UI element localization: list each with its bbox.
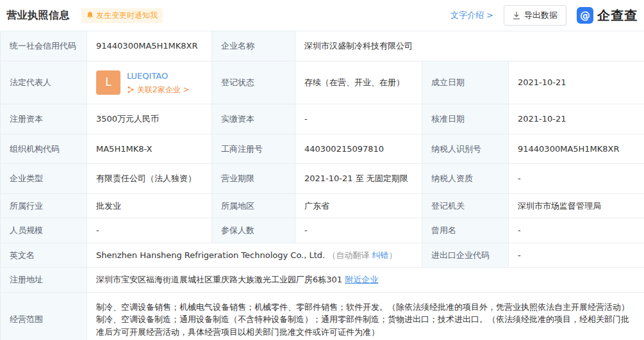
reg-capital-value: 3500万元人民币 [87, 104, 212, 134]
table-row: 注册地址 深圳市宝安区福海街道展城社区重庆路大族激光工业园厂房6栋301 附近企… [1, 268, 644, 293]
qichacha-logo[interactable]: @ 企查查 [577, 7, 638, 24]
credit-code-label: 统一社会信用代码 [1, 31, 87, 61]
legal-rep-label: 法定代表人 [1, 61, 87, 104]
import-export-code-label: 进出口企业代码 [422, 243, 509, 268]
table-row: 注册资本 3500万元人民币 实缴资本 - 核准日期 2021-10-21 [1, 104, 644, 134]
establish-date-label: 成立日期 [422, 61, 509, 104]
company-name-value: 深圳市汉盛制冷科技有限公司 [295, 31, 644, 61]
qichacha-logo-icon: @ [577, 7, 593, 24]
address-cell: 深圳市宝安区福海街道展城社区重庆路大族激光工业园厂房6栋301 附近企业 [87, 268, 644, 293]
bell-icon [87, 12, 94, 19]
export-data-button[interactable]: 导出数据 [504, 5, 566, 26]
biz-reg-no-label: 工商注册号 [212, 134, 295, 164]
approval-date-label: 核准日期 [422, 104, 509, 134]
establish-date-value: 2021-10-21 [509, 61, 644, 104]
table-row: 组织机构代码 MA5H1MK8-X 工商注册号 440300215097810 … [1, 134, 644, 164]
table-row: 企业类型 有限责任公司（法人独资） 营业期限 2021-10-21 至 无固定期… [1, 164, 644, 194]
paid-capital-label: 实缴资本 [212, 104, 295, 134]
credit-code-value: 91440300MA5H1MK8XR [87, 31, 212, 61]
reg-authority-value: 深圳市市场监督管理局 [509, 193, 644, 218]
reg-status-value: 存续（在营、开业、在册） [295, 61, 422, 104]
taxpayer-id-label: 纳税人识别号 [422, 134, 509, 164]
import-export-code-value: - [509, 243, 644, 268]
correction-link[interactable]: 纠错 [372, 250, 389, 260]
staff-size-value: - [87, 218, 212, 243]
english-name-label: 英文名 [1, 243, 87, 268]
approval-date-value: 2021-10-21 [509, 104, 644, 134]
text-intro-link[interactable]: 文字介绍 > [450, 10, 493, 21]
industry-value: 批发业 [87, 193, 212, 218]
region-value: 广东省 [295, 193, 422, 218]
company-type-value: 有限责任公司（法人独资） [87, 164, 212, 194]
table-row: 人员规模 - 参保人数 - 曾用名 - [1, 218, 644, 243]
staff-size-label: 人员规模 [1, 218, 87, 243]
legal-rep-name-link[interactable]: LUEQITAO [127, 70, 190, 83]
auto-translate-note: （自动翻译 [327, 250, 372, 260]
related-companies-link[interactable]: 关联2家企业 > [127, 84, 190, 95]
page-title: 营业执照信息 [6, 9, 70, 22]
table-row: 统一社会信用代码 91440300MA5H1MK8XR 企业名称 深圳市汉盛制冷… [1, 31, 644, 61]
nearby-companies-link[interactable]: 附近企业 [345, 275, 378, 284]
former-name-label: 曾用名 [422, 218, 509, 243]
business-scope-value: 制冷、空调设备销售；机械电气设备销售；机械零件、零部件销售；软件开发。（除依法须… [87, 292, 644, 340]
reg-capital-label: 注册资本 [1, 104, 87, 134]
business-scope-label: 经营范围 [1, 292, 87, 340]
company-type-label: 企业类型 [1, 164, 87, 194]
table-row: 所属行业 批发业 所属地区 广东省 登记机关 深圳市市场监督管理局 [1, 193, 644, 218]
header-actions: 文字介绍 > 导出数据 @ 企查查 [450, 5, 638, 26]
table-row: 经营范围 制冷、空调设备销售；机械电气设备销售；机械零件、零部件销售；软件开发。… [1, 292, 644, 340]
download-icon [513, 12, 520, 20]
taxpayer-qualification-value: - [509, 164, 644, 194]
related-companies-text: 关联2家企业 > [137, 84, 190, 95]
export-button-label: 导出数据 [524, 10, 557, 21]
insured-count-value: - [295, 218, 422, 243]
auto-translate-note-close: ） [389, 250, 397, 260]
insured-count-label: 参保人数 [212, 218, 295, 243]
english-name-value: Shenzhen Hansheng Refrigeration Technolo… [96, 250, 325, 260]
taxpayer-qualification-label: 纳税人资质 [422, 164, 509, 194]
business-license-page: 营业执照信息 发生变更时通知我 文字介绍 > 导出数据 @ 企查查 [0, 0, 644, 340]
table-row: 法定代表人 L LUEQITAO 关联2家企业 > 登记状态 [1, 61, 644, 104]
region-label: 所属地区 [212, 193, 295, 218]
paid-capital-value: - [295, 104, 422, 134]
table-row: 英文名 Shenzhen Hansheng Refrigeration Tech… [1, 243, 644, 268]
reg-authority-label: 登记机关 [422, 193, 509, 218]
qichacha-logo-text: 企查查 [597, 7, 638, 24]
section-header: 营业执照信息 发生变更时通知我 文字介绍 > 导出数据 @ 企查查 [0, 0, 644, 31]
org-relation-icon [127, 86, 135, 93]
legal-rep-cell: L LUEQITAO 关联2家企业 > [87, 61, 212, 104]
former-name-value: - [509, 218, 644, 243]
reg-status-label: 登记状态 [212, 61, 295, 104]
industry-label: 所属行业 [1, 193, 87, 218]
notify-change-badge[interactable]: 发生变更时通知我 [81, 8, 163, 23]
notify-badge-label: 发生变更时通知我 [96, 10, 158, 21]
address-label: 注册地址 [1, 268, 87, 293]
legal-rep-avatar[interactable]: L [96, 70, 120, 95]
taxpayer-id-value: 91440300MA5H1MK8XR [509, 134, 644, 164]
biz-term-label: 营业期限 [212, 164, 295, 194]
org-code-label: 组织机构代码 [1, 134, 87, 164]
address-value: 深圳市宝安区福海街道展城社区重庆路大族激光工业园厂房6栋301 [96, 275, 342, 284]
license-info-table: 统一社会信用代码 91440300MA5H1MK8XR 企业名称 深圳市汉盛制冷… [0, 31, 644, 340]
biz-reg-no-value: 440300215097810 [295, 134, 422, 164]
biz-term-value: 2021-10-21 至 无固定期限 [295, 164, 422, 194]
company-name-label: 企业名称 [212, 31, 295, 61]
english-name-cell: Shenzhen Hansheng Refrigeration Technolo… [87, 243, 422, 268]
org-code-value: MA5H1MK8-X [87, 134, 212, 164]
